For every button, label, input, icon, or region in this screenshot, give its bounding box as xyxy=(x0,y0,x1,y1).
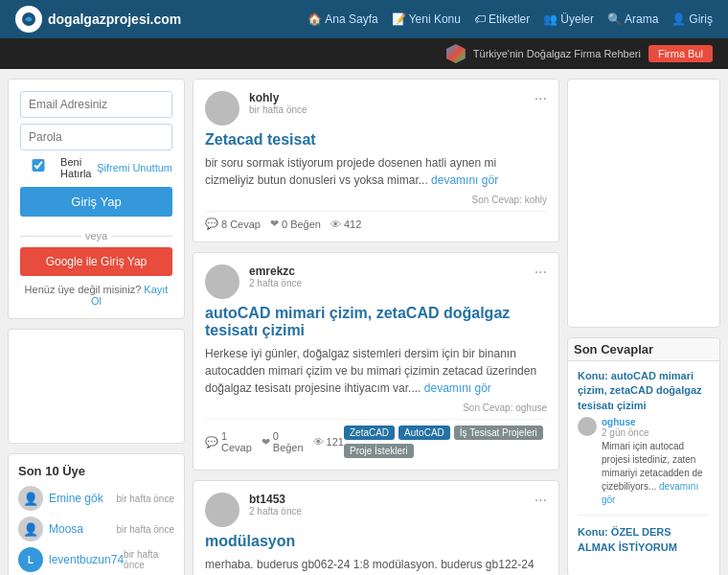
post-footer: 💬 8 Cevap ❤ 0 Beğen 👁 412 xyxy=(205,211,547,230)
sub-header: Türkiye'nin Doğalgaz Firma Rehberi Firma… xyxy=(0,38,728,69)
member-time: bir hafta önce xyxy=(124,549,174,570)
tag-proje-istekleri[interactable]: Proje İstekleri xyxy=(344,444,414,458)
search-icon: 🔍 xyxy=(607,12,622,26)
son-cevaplar-title: Son Cevaplar xyxy=(568,338,719,361)
hexagon-icon xyxy=(446,44,466,63)
avatar: 👤 xyxy=(18,486,43,511)
nav-arama[interactable]: 🔍 Arama xyxy=(607,12,658,26)
nav-anasayfa[interactable]: 🏠 Ana Sayfa xyxy=(307,12,377,26)
post-title[interactable]: Zetacad tesisat xyxy=(205,131,547,149)
right-sidebar: Son Cevaplar Konu: autoCAD mimari çizim,… xyxy=(567,79,720,575)
logo-icon xyxy=(15,6,42,33)
sub-header-content: Türkiye'nin Doğalgaz Firma Rehberi Firma… xyxy=(446,44,713,63)
nav-uyeler[interactable]: 👥 Üyeler xyxy=(543,12,594,26)
avatar xyxy=(205,264,239,299)
avatar xyxy=(205,91,239,126)
devami-link[interactable]: devamını gör xyxy=(431,173,498,187)
post-username[interactable]: kohly xyxy=(249,91,525,104)
eye-icon: 👁 xyxy=(330,218,341,230)
ad-box-right xyxy=(567,79,720,328)
login-box: Beni Hatırla Şifremi Unuttum Giriş Yap v… xyxy=(8,79,185,319)
post-header: kohly bir hafta önce ··· xyxy=(205,91,547,126)
post-options-button[interactable]: ··· xyxy=(535,91,547,106)
post-card: kohly bir hafta önce ··· Zetacad tesisat… xyxy=(193,79,559,242)
post-excerpt: bir soru sormak istiyorum projede dosene… xyxy=(205,154,547,189)
firma-bul-button[interactable]: Firma Bul xyxy=(648,45,713,62)
cevap-topic[interactable]: Konu: autoCAD mimari çizim, zetaCAD doğa… xyxy=(578,369,710,413)
site-name: dogalgazprojesi.com xyxy=(48,12,181,27)
view-count: 👁 121 xyxy=(313,436,344,448)
member-time: bir hafta önce xyxy=(116,524,174,535)
ad-box-left xyxy=(8,329,185,444)
nav-etiketler[interactable]: 🏷 Etiketler xyxy=(474,12,530,26)
post-excerpt: Herkese iyi günler, doğalgaz sistemleri … xyxy=(205,345,547,397)
like-count: ❤ 0 Beğen xyxy=(270,218,321,230)
view-count: 👁 412 xyxy=(330,218,361,230)
member-name[interactable]: Emine gök xyxy=(49,492,103,505)
avatar xyxy=(205,493,239,527)
reply-count: 💬 1 Cevap xyxy=(205,430,252,453)
cevap-time: 2 gün önce xyxy=(602,427,710,438)
list-item: 👤 Emine gök bir hafta önce xyxy=(18,486,174,511)
post-username[interactable]: emrekzc xyxy=(249,264,525,278)
post-header: bt1453 2 hafta önce ··· xyxy=(205,493,547,527)
forgot-password-link[interactable]: Şifremi Unuttum xyxy=(97,162,172,173)
list-item: 👤 Moosa bir hafta önce xyxy=(18,517,174,541)
password-input[interactable] xyxy=(20,124,172,150)
user-icon: 👤 xyxy=(671,12,686,26)
giris-button[interactable]: Giriş Yap xyxy=(20,187,172,217)
remember-forgot-row: Beni Hatırla Şifremi Unuttum xyxy=(20,156,172,179)
nav-giris[interactable]: 👤 Giriş xyxy=(671,12,713,26)
comment-icon: 💬 xyxy=(205,218,218,230)
remember-checkbox[interactable] xyxy=(20,159,57,172)
avatar: L xyxy=(18,547,43,572)
last-reply: Son Cevap: oghuse xyxy=(205,402,547,413)
member-time: bir hafta önce xyxy=(116,494,174,504)
or-divider: veya xyxy=(20,230,172,242)
post-title[interactable]: autoCAD mimari çizim, zetaCAD doğalgaz t… xyxy=(205,305,547,339)
left-sidebar: Beni Hatırla Şifremi Unuttum Giriş Yap v… xyxy=(8,79,185,575)
post-footer: 💬 1 Cevap ❤ 0 Beğen 👁 121 ZetaCAD AutoCA… xyxy=(205,419,547,458)
cevap-topic[interactable]: Konu: ÖZEL DERS ALMAK İSTİYORUM xyxy=(578,525,710,555)
home-icon: 🏠 xyxy=(307,12,322,26)
post-options-button[interactable]: ··· xyxy=(535,493,547,508)
tag-zetacad[interactable]: ZetaCAD xyxy=(344,426,395,440)
tag-is-tesisat[interactable]: İş Tesisat Projeleri xyxy=(454,426,543,440)
tag-autocad[interactable]: AutoCAD xyxy=(398,426,450,440)
posts-list: kohly bir hafta önce ··· Zetacad tesisat… xyxy=(193,79,559,575)
post-stats: 💬 1 Cevap ❤ 0 Beğen 👁 121 xyxy=(205,430,344,453)
avatar: 👤 xyxy=(18,517,43,541)
member-name[interactable]: leventbuzun74 xyxy=(49,553,124,566)
heart-icon: ❤ xyxy=(262,436,270,448)
nav-yenikonu[interactable]: 📝 Yeni Konu xyxy=(392,12,461,26)
main-layout: Beni Hatırla Şifremi Unuttum Giriş Yap v… xyxy=(0,69,728,575)
email-input[interactable] xyxy=(20,91,172,118)
avatar xyxy=(578,417,597,436)
post-excerpt: merhaba. buderus gb062-24 1:8 modülasyon… xyxy=(205,556,547,575)
main-nav: 🏠 Ana Sayfa 📝 Yeni Konu 🏷 Etiketler 👥 Üy… xyxy=(307,12,713,26)
post-tags: ZetaCAD AutoCAD İş Tesisat Projeleri Pro… xyxy=(344,426,547,458)
son-uyeler-title: Son 10 Üye xyxy=(18,464,174,478)
cevap-username[interactable]: oghuse xyxy=(602,417,710,427)
heart-icon: ❤ xyxy=(270,218,279,230)
post-username[interactable]: bt1453 xyxy=(249,493,525,506)
list-item: L leventbuzun74 bir hafta önce xyxy=(18,547,174,572)
site-logo[interactable]: dogalgazprojesi.com xyxy=(15,6,181,33)
post-title[interactable]: modülasyon xyxy=(205,533,547,550)
google-login-button[interactable]: Google ile Giriş Yap xyxy=(20,247,172,276)
sub-header-text: Türkiye'nin Doğalgaz Firma Rehberi xyxy=(473,48,641,59)
member-name[interactable]: Moosa xyxy=(49,522,83,536)
post-time: 2 hafta önce xyxy=(249,278,525,288)
post-card: emrekzc 2 hafta önce ··· autoCAD mimari … xyxy=(193,252,559,471)
post-card: bt1453 2 hafta önce ··· modülasyon merha… xyxy=(193,480,559,575)
last-reply: Son Cevap: kohly xyxy=(205,195,547,205)
header: dogalgazprojesi.com 🏠 Ana Sayfa 📝 Yeni K… xyxy=(0,0,728,38)
list-item: Konu: ÖZEL DERS ALMAK İSTİYORUM xyxy=(578,525,710,566)
like-count: ❤ 0 Beğen xyxy=(262,430,304,453)
remember-label[interactable]: Beni Hatırla xyxy=(20,156,91,179)
post-options-button[interactable]: ··· xyxy=(535,264,547,280)
devami-link[interactable]: devamını gör xyxy=(424,381,491,395)
post-header: emrekzc 2 hafta önce ··· xyxy=(205,264,547,299)
comment-icon: 💬 xyxy=(205,436,218,448)
reply-count: 💬 8 Cevap xyxy=(205,218,261,230)
